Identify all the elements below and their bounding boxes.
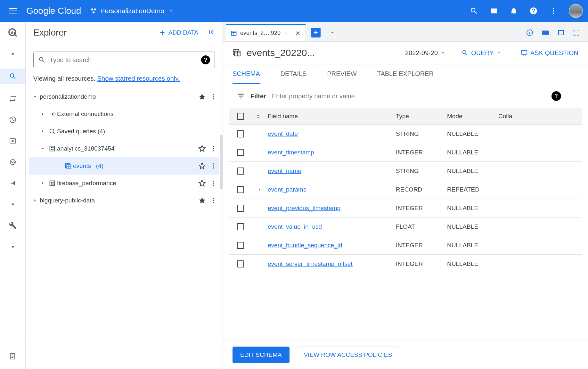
more-icon[interactable]: [210, 145, 217, 152]
star-outline-icon[interactable]: [198, 145, 206, 152]
chevron-right-icon[interactable]: [257, 187, 262, 192]
search-input[interactable]: [50, 56, 201, 64]
star-filled-icon[interactable]: [198, 197, 206, 204]
svg-rect-29: [50, 181, 55, 186]
search-help-icon[interactable]: ?: [201, 55, 210, 64]
tab-details[interactable]: DETAILS: [281, 64, 307, 84]
field-name-link[interactable]: event_params: [268, 186, 306, 193]
field-type: INTEGER: [396, 242, 447, 249]
chevron-down-icon: [40, 146, 45, 152]
keyboard-icon[interactable]: [541, 29, 550, 37]
edit-schema-button[interactable]: EDIT SCHEMA: [233, 347, 290, 363]
tree-external-connections[interactable]: External connections: [29, 105, 219, 123]
scrollbar[interactable]: [220, 135, 223, 189]
row-checkbox[interactable]: [237, 168, 244, 175]
tree-table-events[interactable]: events_ (4): [29, 157, 219, 175]
more-icon[interactable]: [210, 197, 217, 204]
more-icon[interactable]: [210, 93, 217, 100]
document-tab[interactable]: events_2… 920: [226, 24, 306, 41]
star-outline-icon[interactable]: [198, 179, 206, 187]
collapse-panel-button[interactable]: [208, 29, 215, 37]
rail-dot-1[interactable]: [6, 47, 19, 60]
col-header-name[interactable]: Field name: [268, 113, 396, 120]
logo[interactable]: Google Cloud: [26, 6, 81, 16]
view-policies-button[interactable]: VIEW ROW ACCESS POLICIES: [296, 347, 400, 363]
ask-question-button[interactable]: ASK QUESTION: [521, 49, 578, 57]
search-rail-icon[interactable]: [0, 69, 25, 84]
row-checkbox[interactable]: [237, 149, 244, 156]
tree-saved-queries[interactable]: Saved queries (4): [29, 123, 219, 140]
row-checkbox[interactable]: [237, 205, 244, 212]
chevron-right-icon: [40, 180, 45, 186]
analytics-icon[interactable]: [6, 135, 19, 147]
search-box[interactable]: ?: [33, 52, 215, 68]
select-all-checkbox[interactable]: [237, 113, 244, 120]
field-name-link[interactable]: event_date: [268, 130, 298, 137]
row-checkbox[interactable]: [237, 130, 244, 137]
menu-button[interactable]: [5, 3, 20, 19]
history-icon[interactable]: [557, 29, 565, 37]
chevron-down-icon[interactable]: [284, 31, 288, 36]
row-checkbox[interactable]: [237, 223, 244, 230]
row-checkbox[interactable]: [237, 260, 244, 267]
starred-link[interactable]: Show starred resources only.: [97, 75, 180, 82]
new-tab-button[interactable]: +: [311, 28, 321, 37]
tab-table-explorer[interactable]: TABLE EXPLORER: [377, 64, 434, 84]
filter-input[interactable]: [272, 93, 546, 100]
close-icon[interactable]: [295, 30, 301, 37]
col-header-collation[interactable]: Colla: [498, 113, 582, 120]
project-selector[interactable]: PersonalizationDemo: [90, 7, 174, 15]
field-name-link[interactable]: event_value_in_usd: [268, 223, 322, 230]
more-icon[interactable]: [210, 180, 217, 187]
sort-icon[interactable]: [255, 113, 261, 119]
search-icon[interactable]: [470, 6, 478, 15]
svg-point-0: [91, 8, 93, 10]
biengine-icon[interactable]: [6, 156, 19, 168]
filter-help-icon[interactable]: ?: [551, 91, 561, 101]
svg-rect-18: [53, 147, 53, 148]
svg-rect-42: [542, 31, 549, 35]
row-checkbox[interactable]: [237, 242, 244, 249]
col-header-mode[interactable]: Mode: [447, 113, 498, 120]
tree-dataset-analytics[interactable]: analytics_318037454: [29, 140, 219, 157]
field-mode: NULLABLE: [447, 149, 498, 156]
notes-icon[interactable]: [6, 350, 19, 363]
tab-preview[interactable]: PREVIEW: [327, 64, 356, 84]
tree-dataset-firebase[interactable]: firebase_performance: [29, 175, 219, 192]
notifications-icon[interactable]: [509, 6, 518, 15]
more-icon[interactable]: [549, 6, 558, 15]
tree-public-data[interactable]: bigquery-public-data: [29, 192, 219, 209]
query-button[interactable]: QUERY: [461, 49, 502, 57]
svg-point-5: [553, 12, 554, 14]
tab-schema[interactable]: SCHEMA: [233, 64, 260, 84]
field-name-link[interactable]: event_bundle_sequence_id: [268, 242, 342, 249]
schedule-icon[interactable]: [6, 113, 19, 126]
bigquery-icon[interactable]: [6, 26, 19, 39]
field-type: RECORD: [396, 186, 447, 193]
date-selector[interactable]: 2022-09-20: [405, 49, 445, 57]
rail-dot-2[interactable]: [6, 198, 19, 211]
cloud-shell-icon[interactable]: [489, 6, 498, 15]
more-icon[interactable]: [210, 162, 217, 169]
settings-icon[interactable]: [6, 219, 19, 232]
help-icon[interactable]: [529, 6, 538, 15]
rail-dot-3[interactable]: [6, 240, 19, 253]
field-name-link[interactable]: event_timestamp: [268, 149, 314, 156]
fullscreen-icon[interactable]: [573, 29, 580, 37]
migrate-icon[interactable]: [6, 177, 19, 190]
filter-row: Filter ?: [223, 84, 588, 108]
row-checkbox[interactable]: [237, 186, 244, 193]
star-filled-icon[interactable]: [198, 93, 206, 101]
tree-project[interactable]: personalizationdemo: [29, 88, 219, 105]
add-data-button[interactable]: ADD DATA: [159, 29, 198, 36]
field-name-link[interactable]: event_previous_timestamp: [268, 205, 340, 211]
user-avatar[interactable]: [569, 4, 583, 18]
star-outline-icon[interactable]: [198, 162, 206, 170]
table-icon: [233, 49, 241, 57]
info-icon[interactable]: [526, 29, 534, 37]
transfers-icon[interactable]: [6, 92, 19, 105]
tab-dropdown-icon[interactable]: [330, 30, 335, 35]
field-name-link[interactable]: event_server_timestamp_offset: [268, 260, 353, 267]
field-name-link[interactable]: event_name: [268, 168, 301, 174]
col-header-type[interactable]: Type: [396, 113, 447, 120]
